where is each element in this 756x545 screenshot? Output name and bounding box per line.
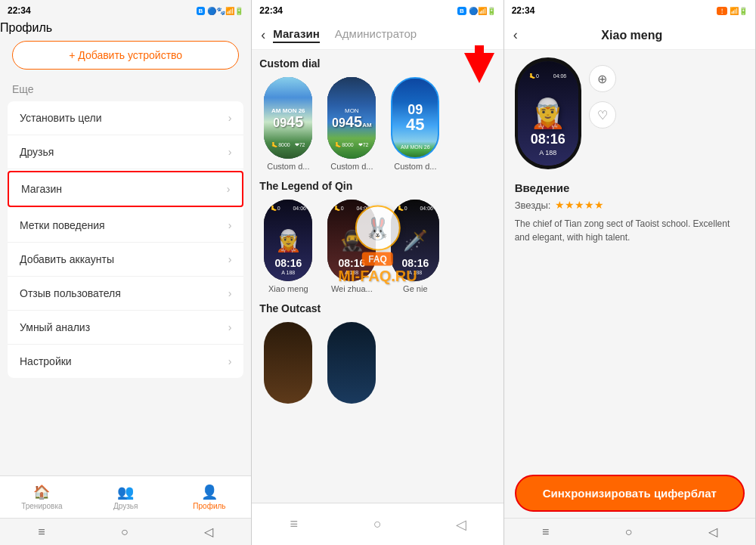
dial-custom2[interactable]: MON 0945AM 🦶8000 ❤72 Custom d... <box>323 77 380 171</box>
nav-home-p2[interactable]: ○ <box>336 503 420 545</box>
bottom-nav: 🏠 Тренировка 👥 Друзья 👤 Профиль <box>0 475 251 518</box>
android-menu-p3[interactable]: ≡ <box>542 525 549 539</box>
dial-img-custom3: 09 45 AM MON 26 <box>391 77 439 159</box>
dial-stats2: 🦶8000 ❤72 <box>335 142 368 148</box>
section-custom-dial: Custom dial <box>259 57 495 70</box>
signal-text: 🔵🐾📶🔋 <box>207 7 243 15</box>
dial-img-outcast1 <box>264 322 312 404</box>
dial-xiaomeng[interactable]: 🦶004:06 🧝 08:16 A 188 Xiao meng <box>259 200 317 293</box>
nav-profile-label: Профиль <box>193 502 225 510</box>
menu-item-goals[interactable]: Установить цели › <box>8 101 243 135</box>
panel1-profile: 22:34 B 🔵🐾📶🔋 Профиль + Добавить устройст… <box>0 0 252 545</box>
dial-img-genie: 🦶004:06 🗡️ 08:16 A 188 <box>391 200 439 281</box>
menu-item-tags[interactable]: Метки поведения › <box>8 209 243 243</box>
tab-admin[interactable]: Администратор <box>335 27 417 43</box>
signal-icons-p2: 🔵📶🔋 <box>469 7 496 15</box>
dial-stats1: 🦶8000 ❤72 <box>271 142 305 148</box>
menu-item-accounts-label: Добавить аккаунты <box>20 253 114 265</box>
dial-custom3[interactable]: 09 45 AM MON 26 Custom d... <box>386 77 444 171</box>
android-back-btn[interactable]: ◁ <box>204 525 213 539</box>
menu-item-friends[interactable]: Друзья › <box>8 135 243 169</box>
android-home-p3[interactable]: ○ <box>625 525 633 539</box>
dial-label-custom1: Custom d... <box>259 162 317 171</box>
bluetooth-icon: B <box>197 7 206 15</box>
dial-label-custom2: Custom d... <box>323 162 380 171</box>
legend-dial-grid: 🦶004:06 🧝 08:16 A 188 Xiao meng <box>259 200 495 293</box>
detail-title: Xiao meng <box>518 29 746 42</box>
time-display1: AM MON 26 0945 <box>271 107 305 129</box>
android-menu-btn[interactable]: ≡ <box>38 525 45 539</box>
detail-header: ‹ Xiao meng <box>504 21 755 50</box>
nav-friends[interactable]: 👥 Друзья <box>84 476 168 518</box>
menu-item-feedback-label: Отзыв пользователя <box>20 287 121 299</box>
status-bar-panel3: 22:34 ⋮ 📶🔋 <box>504 0 755 21</box>
profile-title: Профиль <box>0 21 251 35</box>
menu-item-accounts[interactable]: Добавить аккаунты › <box>8 243 243 277</box>
bottom-nav-p2: ≡ ○ ◁ <box>252 503 503 545</box>
shop-content: Custom dial AM MON 26 0945 🦶8000 ❤72 <box>252 50 503 503</box>
shop-back-button[interactable]: ‹ <box>261 27 265 43</box>
status-time-p3: 22:34 <box>512 5 535 16</box>
home-icon-p2: ○ <box>373 516 382 532</box>
status-icons-p1: B 🔵🐾📶🔋 <box>197 7 244 15</box>
favorite-button[interactable]: ♡ <box>589 101 616 129</box>
dial-weizhua[interactable]: 🦶004:06 🥷 08:16 A 188 Wei zhua... <box>323 200 380 293</box>
chevron-analysis: › <box>228 321 232 333</box>
menu-item-tags-label: Метки поведения <box>20 219 105 231</box>
menu-item-shop-label: Магазин <box>21 183 62 195</box>
dial-img-xiaomeng: 🦶004:06 🧝 08:16 A 188 <box>264 200 312 281</box>
menu-item-shop[interactable]: Магазин › <box>8 171 243 207</box>
watch-large-preview: 🦶004:06 🧝 08:16 A 188 <box>515 57 581 169</box>
time-display2: MON 0945AM <box>332 107 372 129</box>
chevron-goals: › <box>228 112 232 124</box>
info-section: Введение Звезды: ★★★★★ The chief of Tian… <box>515 181 745 244</box>
stars-display: ★★★★★ <box>555 199 604 211</box>
android-home-btn[interactable]: ○ <box>121 525 129 539</box>
sync-button[interactable]: Синхронизировать циферблат <box>515 475 745 512</box>
section-legend: The Legend of Qin <box>259 180 495 192</box>
dial-genie[interactable]: 🦶004:06 🗡️ 08:16 A 188 Ge nie <box>386 200 444 293</box>
tab-shop[interactable]: Магазин <box>273 27 320 43</box>
bt-icon-p3: ⋮ <box>717 7 727 15</box>
info-description: The chief of Tian zong sect of Taoist sc… <box>515 217 745 244</box>
nav-workout[interactable]: 🏠 Тренировка <box>0 476 84 518</box>
outcast-dial-grid <box>259 322 495 407</box>
dial-img-outcast2 <box>327 322 376 404</box>
dial-img-custom1: AM MON 26 0945 🦶8000 ❤72 <box>264 77 312 159</box>
chevron-accounts: › <box>228 253 232 265</box>
menu-item-friends-label: Друзья <box>20 146 54 158</box>
stars-row: Звезды: ★★★★★ <box>515 199 745 211</box>
dial-outcast1[interactable] <box>259 322 317 407</box>
watch-stats-display: A 188 <box>539 149 556 156</box>
android-back-p3[interactable]: ◁ <box>708 525 717 539</box>
menu-item-goals-label: Установить цели <box>20 112 102 124</box>
watch-preview-area: 🦶004:06 🧝 08:16 A 188 ⊕ ♡ <box>515 57 745 169</box>
nav-profile[interactable]: 👤 Профиль <box>168 476 252 518</box>
menu-item-feedback[interactable]: Отзыв пользователя › <box>8 277 243 311</box>
chevron-shop: › <box>227 183 231 195</box>
dial-custom1[interactable]: AM MON 26 0945 🦶8000 ❤72 Custom d... <box>259 77 317 171</box>
add-device-button[interactable]: + Добавить устройство <box>12 41 239 70</box>
back-icon-p2: ◁ <box>456 516 466 533</box>
menu-list: Установить цели › Друзья › Магазин › Мет… <box>8 101 243 378</box>
status-icons-p2: B 🔵📶🔋 <box>457 7 496 15</box>
dial-outcast2[interactable] <box>323 322 380 407</box>
nav-workout-p2[interactable]: ≡ <box>252 503 336 545</box>
android-nav-p3: ≡ ○ ◁ <box>504 518 755 545</box>
detail-content: 🦶004:06 🧝 08:16 A 188 ⊕ ♡ Введение Звезд… <box>504 50 755 469</box>
nav-back-p2[interactable]: ◁ <box>420 503 503 545</box>
zoom-button[interactable]: ⊕ <box>589 65 616 92</box>
chevron-tags: › <box>228 219 232 231</box>
menu-item-analysis[interactable]: Умный анализ › <box>8 311 243 345</box>
menu-item-settings[interactable]: Настройки › <box>8 345 243 378</box>
dial-label-weizhua: Wei zhua... <box>323 284 380 293</box>
panel2-shop: 22:34 B 🔵📶🔋 ‹ Магазин Администратор Cust… <box>252 0 503 545</box>
chevron-friends: › <box>228 146 232 158</box>
friends-icon: 👥 <box>117 484 134 500</box>
status-bar-panel2: 22:34 B 🔵📶🔋 <box>252 0 503 21</box>
watch-time-display: 08:16 <box>531 132 565 147</box>
chevron-settings: › <box>228 355 232 367</box>
signal-p3: 📶🔋 <box>730 7 748 15</box>
dial-label-genie: Ge nie <box>386 284 444 293</box>
status-bar-panel1: 22:34 B 🔵🐾📶🔋 <box>0 0 251 21</box>
